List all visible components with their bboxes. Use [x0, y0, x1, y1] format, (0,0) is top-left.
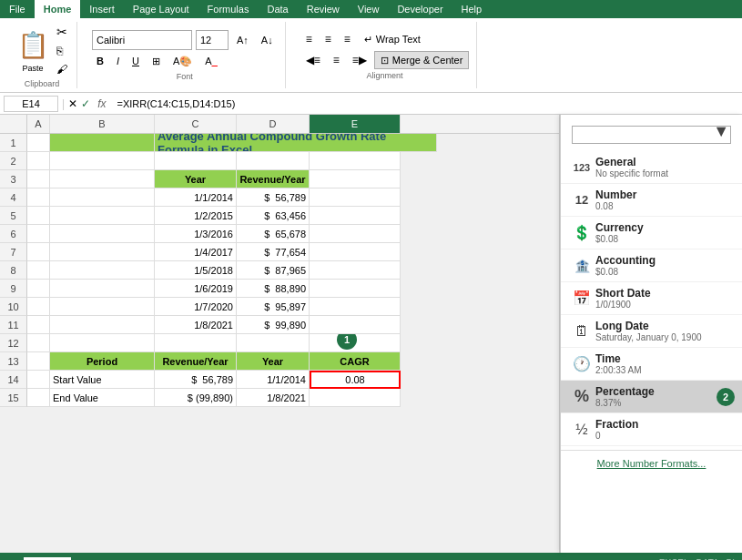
cell-c4[interactable]: 1/1/2014	[155, 188, 237, 207]
cell-c6[interactable]: 1/3/2016	[155, 225, 237, 243]
cell-e2[interactable]	[310, 152, 401, 170]
format-item-short-date[interactable]: 📅 Short Date 1/0/1900	[561, 282, 742, 315]
cell-b14[interactable]: Start Value	[50, 371, 155, 389]
cell-d7[interactable]: $ 77,654	[237, 243, 310, 261]
cut-button[interactable]: ✂	[55, 23, 69, 41]
font-name-input[interactable]	[92, 30, 192, 50]
sheet-tab-1[interactable]: Sheet1	[24, 555, 71, 561]
row-header-15[interactable]: 15	[0, 389, 27, 407]
row-header-12[interactable]: 12	[0, 334, 27, 352]
cell-e14[interactable]: 0.08	[310, 371, 401, 389]
copy-button[interactable]: ⎘	[55, 43, 69, 59]
row-header-13[interactable]: 13	[0, 352, 27, 371]
format-search-input[interactable]	[572, 126, 731, 144]
cell-a5[interactable]	[27, 207, 50, 225]
cell-reference-box[interactable]	[4, 96, 58, 112]
cell-e5[interactable]	[310, 207, 401, 225]
col-header-c[interactable]: C	[155, 115, 237, 133]
cell-e6[interactable]	[310, 225, 401, 243]
cell-e7[interactable]	[310, 243, 401, 261]
cell-d8[interactable]: $ 87,965	[237, 261, 310, 280]
bold-button[interactable]: B	[92, 53, 108, 69]
cell-d3[interactable]: Revenue/Year	[237, 170, 310, 188]
cell-a11[interactable]	[27, 316, 50, 334]
increase-font-button[interactable]: A↑	[232, 32, 253, 48]
format-dropdown-button[interactable]: ▼	[713, 122, 729, 141]
align-right-button[interactable]: ≡▶	[347, 51, 372, 69]
cell-b4[interactable]	[50, 188, 155, 207]
cell-a1[interactable]	[27, 134, 50, 152]
format-item-number[interactable]: 12 Number 0.08	[561, 184, 742, 217]
row-header-5[interactable]: 5	[0, 207, 27, 225]
cell-d11[interactable]: $ 99,890	[237, 316, 310, 334]
row-header-3[interactable]: 3	[0, 170, 27, 188]
col-header-d[interactable]: D	[237, 115, 310, 133]
cell-e12[interactable]: 1	[310, 334, 401, 352]
formula-input[interactable]	[113, 97, 738, 111]
decrease-font-button[interactable]: A↓	[257, 32, 278, 48]
align-top-right-button[interactable]: ≡	[339, 30, 356, 48]
align-top-left-button[interactable]: ≡	[300, 30, 318, 48]
cell-c13[interactable]: Revenue/Year	[155, 352, 237, 371]
cell-b1[interactable]	[50, 134, 155, 152]
cell-c2[interactable]	[155, 152, 237, 170]
cell-b5[interactable]	[50, 207, 155, 225]
format-item-general[interactable]: 123 General No specific format	[561, 151, 742, 184]
tab-developer[interactable]: Developer	[388, 0, 452, 18]
cell-c3[interactable]: Year	[155, 170, 237, 188]
tab-file[interactable]: File	[0, 0, 35, 18]
cell-c9[interactable]: 1/6/2019	[155, 280, 237, 298]
cell-c1-e1[interactable]: Average Annual Compound Growth Rate Form…	[155, 134, 437, 152]
cell-a9[interactable]	[27, 280, 50, 298]
cell-b13[interactable]: Period	[50, 352, 155, 371]
fill-color-button[interactable]: A🎨	[168, 53, 197, 70]
cell-e13[interactable]: CAGR	[310, 352, 401, 371]
cell-c8[interactable]: 1/5/2018	[155, 261, 237, 280]
format-painter-button[interactable]: 🖌	[55, 61, 69, 77]
merge-center-button[interactable]: ⊡ Merge & Center	[374, 51, 470, 69]
format-item-accounting[interactable]: 🏦 Accounting $0.08	[561, 249, 742, 282]
cell-b8[interactable]	[50, 261, 155, 280]
border-button[interactable]: ⊞	[147, 53, 165, 70]
cell-a3[interactable]	[27, 170, 50, 188]
cell-b2[interactable]	[50, 152, 155, 170]
cell-a7[interactable]	[27, 243, 50, 261]
format-item-time[interactable]: 🕐 Time 2:00:33 AM	[561, 348, 742, 381]
cell-b12[interactable]	[50, 334, 155, 352]
paste-button[interactable]: 📋 Paste	[15, 25, 51, 75]
confirm-formula-button[interactable]: ✓	[81, 97, 90, 110]
cell-c14[interactable]: $ 56,789	[155, 371, 237, 389]
cell-e10[interactable]	[310, 298, 401, 316]
cell-b10[interactable]	[50, 298, 155, 316]
row-header-10[interactable]: 10	[0, 298, 27, 316]
cell-d4[interactable]: $ 56,789	[237, 188, 310, 207]
cell-c7[interactable]: 1/4/2017	[155, 243, 237, 261]
font-size-input[interactable]	[196, 30, 229, 50]
cell-a14[interactable]	[27, 371, 50, 389]
cell-b7[interactable]	[50, 243, 155, 261]
cell-d10[interactable]: $ 95,897	[237, 298, 310, 316]
cell-a15[interactable]	[27, 389, 50, 407]
cell-c10[interactable]: 1/7/2020	[155, 298, 237, 316]
cell-d13[interactable]: Year	[237, 352, 310, 371]
col-header-a[interactable]: A	[27, 115, 50, 133]
cell-a8[interactable]	[27, 261, 50, 280]
tab-home[interactable]: Home	[35, 0, 81, 18]
row-header-11[interactable]: 11	[0, 316, 27, 334]
cell-d9[interactable]: $ 88,890	[237, 280, 310, 298]
row-header-7[interactable]: 7	[0, 243, 27, 261]
cell-d12[interactable]	[237, 334, 310, 352]
cell-a4[interactable]	[27, 188, 50, 207]
cell-e11[interactable]	[310, 316, 401, 334]
cell-b3[interactable]	[50, 170, 155, 188]
align-top-center-button[interactable]: ≡	[320, 30, 337, 48]
cell-e8[interactable]	[310, 261, 401, 280]
tab-review[interactable]: Review	[298, 0, 349, 18]
format-item-long-date[interactable]: 🗓 Long Date Saturday, January 0, 1900	[561, 315, 742, 348]
wrap-text-button[interactable]: ↵ Wrap Text	[358, 30, 427, 48]
cell-e4[interactable]	[310, 188, 401, 207]
tab-insert[interactable]: Insert	[80, 0, 124, 18]
cell-b6[interactable]	[50, 225, 155, 243]
row-header-9[interactable]: 9	[0, 280, 27, 298]
row-header-8[interactable]: 8	[0, 261, 27, 280]
